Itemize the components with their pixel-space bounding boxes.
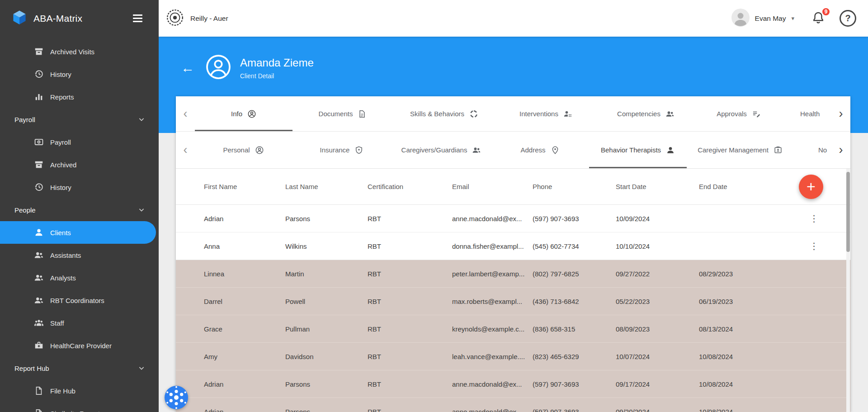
subtab-caregivers-guardians[interactable]: Caregivers/Guardians [392,132,491,168]
tabs-scroll-left-button[interactable]: ‹ [176,96,195,131]
table-row[interactable]: Anna Wilkins RBT donna.fisher@exampl... … [176,232,850,260]
tab-documents[interactable]: Documents [292,96,393,131]
table-row[interactable]: Grace Pullman RBT kreynolds@example.c...… [176,315,850,343]
cell-end-date: 10/08/2024 [699,353,778,360]
cell-start-date: 10/09/2024 [616,215,699,223]
document-icon [358,109,367,118]
sidebar-item-rbt-coordinators[interactable]: RBT Coordinators [0,289,159,312]
tab-approvals[interactable]: Approvals [695,96,782,131]
sidebar-item-analysts[interactable]: Analysts [0,266,159,289]
top-bar-actions: Evan May ▾ 9 ? [729,8,856,29]
client-subtitle: Client Detail [240,72,314,80]
chevron-down-icon [137,364,146,373]
tabs-scroll-right-button[interactable]: › [831,96,850,131]
table-row[interactable]: Adrian Parsons RBT anne.macdonald@ex... … [176,370,850,398]
sidebar-section-report-hub[interactable]: Report Hub [0,357,159,379]
scrollbar-thumb[interactable] [846,172,850,252]
table-row[interactable]: Amy Davidson RBT leah.vance@example.... … [176,343,850,370]
sidebar-item-label: Archived [50,161,76,169]
cell-last-name: Powell [285,298,368,305]
cell-first-name: Adrian [204,408,285,412]
sidebar-item-payroll[interactable]: Payroll [0,131,159,153]
tab-label: Documents [319,110,353,118]
bar-chart-icon [33,92,44,102]
sidebar-item-archived-visits[interactable]: Archived Visits [0,40,159,63]
subtab-behavior-therapists[interactable]: Behavior Therapists [589,132,687,168]
col-phone: Phone [533,183,616,190]
archive-icon [33,160,44,170]
sidebar-item-file-hub[interactable]: File Hub [0,379,159,402]
row-menu-button[interactable]: ⋮ [806,210,822,227]
help-button[interactable]: ? [840,10,856,27]
subtab-address[interactable]: Address [491,132,589,168]
user-name: Evan May [755,14,786,23]
table-row[interactable]: Linnea Martin RBT peter.lambert@examp...… [176,260,850,288]
sidebar-section-people[interactable]: People [0,199,159,221]
brand: ABA-Matrix [11,9,131,28]
organization-name: Reilly - Auer [190,14,228,23]
cell-last-name: Pullman [285,325,368,333]
sidebar: ABA-Matrix Archived Visits History Repor… [0,0,159,412]
main-tabs: Info Documents Skills & Behaviors [195,96,837,131]
cell-email: leah.vance@example.... [452,353,533,360]
sidebar-item-archived[interactable]: Archived [0,153,159,176]
sidebar-item-label: Archived Visits [50,48,94,56]
table-row[interactable]: Adrian Parsons RBT anne.macdonald@ex... … [176,205,850,232]
sidebar-section-label: Payroll [14,116,35,123]
person-dots-icon [563,109,572,118]
user-menu[interactable]: Evan May ▾ [729,8,797,29]
chat-widget-button[interactable] [164,385,189,410]
table-row[interactable]: Darrel Powell RBT max.roberts@exampl... … [176,288,850,315]
subtab-insurance[interactable]: Insurance [292,132,392,168]
dotted-sphere-icon [164,405,189,412]
sidebar-item-assistants[interactable]: Assistants [0,244,159,266]
notifications-button[interactable]: 9 [810,9,827,28]
cell-last-name: Parsons [285,215,368,223]
subtab-personal[interactable]: Personal [195,132,292,168]
sidebar-item-clients[interactable]: Clients [0,221,156,244]
cell-end-date: 08/29/2023 [699,270,778,278]
sidebar-section-payroll[interactable]: Payroll [0,108,159,131]
sidebar-item-payroll-history[interactable]: History [0,176,159,199]
people-icon [33,273,44,283]
sidebar-item-label: Staff [50,319,64,327]
subtab-caregiver-management[interactable]: Caregiver Management [687,132,793,168]
col-first-name: First Name [204,183,285,190]
table-scrollbar [846,169,850,412]
subtab-notes[interactable]: No [793,132,837,168]
menu-icon[interactable] [131,13,144,24]
sidebar-item-history[interactable]: History [0,63,159,85]
cell-email: max.roberts@exampl... [452,298,533,305]
tab-label: Competencies [617,110,660,118]
cell-certification: RBT [368,380,452,388]
cell-email: anne.macdonald@ex... [452,380,533,388]
cell-phone: (836) 658-315 [533,325,616,333]
tab-interventions[interactable]: Interventions [495,96,596,131]
segments-icon [469,109,478,118]
cell-email: anne.macdonald@ex... [452,215,533,223]
sidebar-item-healthcare-provider[interactable]: HealthCare Provider [0,334,159,357]
sidebar-header: ABA-Matrix [0,0,159,37]
history-icon [33,182,44,192]
tab-competencies[interactable]: Competencies [596,96,695,131]
active-tab-indicator [195,130,292,131]
subtabs-scroll-left-button[interactable]: ‹ [176,132,195,168]
sidebar-item-similarity-report[interactable]: Similarity Report [0,402,159,412]
row-menu-button[interactable]: ⋮ [806,238,822,254]
cell-start-date: 05/22/2023 [616,298,699,305]
back-button[interactable]: ← [179,59,197,77]
cell-first-name: Anna [204,242,285,250]
cell-start-date: 08/09/2023 [616,325,699,333]
user-avatar [731,9,750,28]
subtabs-scroll-right-button[interactable]: › [831,132,850,168]
add-therapist-button[interactable]: + [799,175,823,199]
tab-health[interactable]: Health [782,96,837,131]
active-tab-indicator [589,167,687,168]
cell-last-name: Wilkins [285,242,368,250]
tab-info[interactable]: Info [195,96,292,131]
people-icon [33,295,44,305]
tab-skills-behaviors[interactable]: Skills & Behaviors [393,96,495,131]
sidebar-item-reports[interactable]: Reports [0,85,159,108]
sidebar-item-staff[interactable]: Staff [0,312,159,334]
table-row[interactable]: Adrian Parsons RBT anne.macdonald@ex... … [176,398,850,412]
